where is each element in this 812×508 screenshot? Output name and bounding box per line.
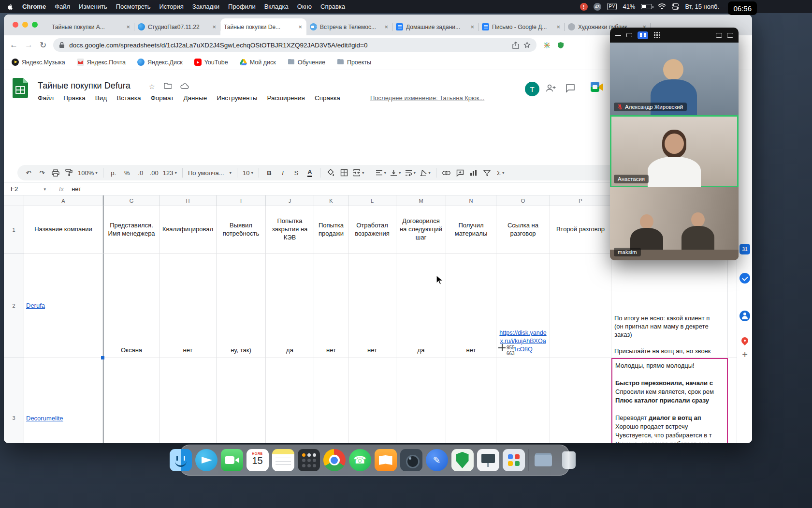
forward-button[interactable]: → bbox=[25, 40, 33, 50]
fill-color-icon[interactable] bbox=[324, 166, 337, 179]
bookmark-yandex-disk[interactable]: Яндекс.Диск bbox=[137, 59, 183, 66]
status-badge-icon[interactable]: 43 bbox=[594, 3, 601, 11]
menu-app-name[interactable]: Chrome bbox=[22, 3, 46, 10]
dock-whatsapp-icon[interactable]: ☎ bbox=[349, 449, 371, 471]
col-header-L[interactable]: L bbox=[348, 195, 396, 206]
extension-snowflake-icon[interactable] bbox=[543, 42, 551, 49]
cell-H3[interactable] bbox=[160, 358, 217, 443]
dock-finder-icon[interactable] bbox=[170, 449, 192, 471]
notification-alert-icon[interactable]: ! bbox=[580, 3, 588, 11]
row-header-3[interactable]: 3 bbox=[4, 358, 24, 443]
comment-history-icon[interactable] bbox=[566, 84, 575, 93]
cell-L2[interactable]: нет bbox=[348, 254, 396, 358]
control-center-icon[interactable] bbox=[672, 3, 679, 10]
font-size-select[interactable]: 10▾ bbox=[241, 166, 255, 179]
cell-R3[interactable] bbox=[728, 358, 737, 443]
browser-tab-2[interactable]: СтудиоПак07.11.22 × bbox=[134, 18, 220, 35]
cell-N3[interactable] bbox=[446, 358, 496, 443]
video-minimize-icon[interactable] bbox=[615, 35, 621, 36]
insert-comment-icon[interactable] bbox=[454, 166, 466, 179]
cell-H1[interactable]: Квалифицировал bbox=[160, 206, 217, 254]
bookmark-yandex-music[interactable]: Яндекс.Музыка bbox=[12, 59, 65, 66]
horizontal-align-icon[interactable]: ▾ bbox=[374, 166, 388, 179]
menu-history[interactable]: История bbox=[159, 3, 183, 10]
video-restore-icon[interactable] bbox=[626, 33, 632, 37]
battery-icon[interactable] bbox=[641, 4, 652, 9]
dock-camera-app-icon[interactable] bbox=[400, 449, 422, 471]
text-wrap-icon[interactable]: ▾ bbox=[404, 166, 418, 179]
wifi-icon[interactable] bbox=[658, 3, 666, 10]
participant-video-2-speaking[interactable]: Анастасия bbox=[610, 115, 739, 187]
bookmark-folder-projects[interactable]: Проекты bbox=[337, 59, 371, 66]
cell-O3[interactable]: https://disk.yandex.ru/i/kfsz2Dr bbox=[496, 358, 550, 443]
omnibox[interactable]: docs.google.com/spreadsheets/d/1clJ2aLa7… bbox=[53, 38, 536, 52]
sheets-menu-extensions[interactable]: Расширения bbox=[267, 94, 305, 102]
bookmark-star-icon[interactable] bbox=[523, 42, 531, 49]
col-header-N[interactable]: N bbox=[446, 195, 496, 206]
calendar-panel-icon[interactable]: 31 bbox=[740, 244, 750, 254]
sheets-menu-tools[interactable]: Инструменты bbox=[217, 94, 257, 102]
meet-camera-icon[interactable] bbox=[591, 82, 603, 92]
recording-link[interactable]: https://disk.yandex.ru/i/kujAhBXOa1cO8Q bbox=[499, 329, 547, 354]
apple-logo-icon[interactable] bbox=[7, 3, 14, 11]
cell-I2[interactable]: ну, так) bbox=[217, 254, 266, 358]
cell-N2[interactable]: нет bbox=[446, 254, 496, 358]
sheets-logo-icon[interactable] bbox=[13, 78, 28, 98]
col-header-I[interactable]: I bbox=[217, 195, 266, 206]
sheets-menu-data[interactable]: Данные bbox=[183, 94, 207, 102]
window-close-button[interactable] bbox=[13, 22, 18, 28]
cell-J2[interactable]: да bbox=[266, 254, 314, 358]
cell-M2[interactable]: да bbox=[396, 254, 446, 358]
window-zoom-button[interactable] bbox=[32, 22, 38, 28]
dock-apps-icon[interactable] bbox=[503, 449, 525, 471]
lock-icon[interactable] bbox=[59, 42, 65, 48]
cell-G3[interactable]: Т bbox=[103, 358, 160, 443]
cell-G2[interactable]: Оксана bbox=[103, 254, 160, 358]
cell-K2[interactable]: нет bbox=[314, 254, 348, 358]
dock-books-icon[interactable] bbox=[375, 449, 397, 471]
cell-J1[interactable]: Попытка закрытия на КЭВ bbox=[266, 206, 314, 254]
sheets-menu-insert[interactable]: Вставка bbox=[116, 94, 141, 102]
tab-close-icon[interactable]: × bbox=[297, 23, 303, 30]
sheets-menu-format[interactable]: Формат bbox=[150, 94, 174, 102]
window-minimize-button[interactable] bbox=[22, 22, 28, 28]
menu-tab[interactable]: Вкладка bbox=[264, 3, 289, 10]
dock-antivirus-icon[interactable] bbox=[451, 449, 474, 471]
pip-icon[interactable] bbox=[716, 33, 722, 38]
bold-button[interactable]: B bbox=[263, 166, 276, 179]
text-rotation-icon[interactable]: ▾ bbox=[418, 166, 432, 179]
col-header-J[interactable]: J bbox=[266, 195, 314, 206]
document-title[interactable]: Тайные покупки Defura bbox=[38, 81, 130, 91]
borders-icon[interactable] bbox=[338, 166, 350, 179]
browser-tab-6[interactable]: Письмо - Google Д... × bbox=[478, 18, 565, 35]
merge-cells-icon[interactable]: ▾ bbox=[351, 166, 366, 179]
grid-corner[interactable] bbox=[4, 195, 24, 206]
last-edit-link[interactable]: Последнее изменение: Татьяна Крюк... bbox=[370, 94, 484, 102]
cell-M3[interactable] bbox=[396, 358, 446, 443]
cell-M1[interactable]: Договорился на следующий шаг bbox=[396, 206, 446, 254]
bookmark-folder-education[interactable]: Обучение bbox=[288, 59, 325, 66]
move-folder-icon[interactable] bbox=[164, 83, 172, 90]
gallery-view-icon[interactable] bbox=[653, 31, 661, 39]
bookmark-yandex-mail[interactable]: Яндекс.Почта bbox=[77, 59, 126, 66]
url-text[interactable]: docs.google.com/spreadsheets/d/1clJ2aLa7… bbox=[69, 42, 508, 49]
cell-K1[interactable]: Попытка продажи bbox=[314, 206, 348, 254]
tab-close-icon[interactable]: × bbox=[383, 23, 389, 30]
tab-close-icon[interactable]: × bbox=[125, 23, 131, 30]
row-header-2[interactable]: 2 bbox=[4, 254, 24, 358]
participant-video-3[interactable]: maksim bbox=[610, 187, 739, 260]
currency-format-button[interactable]: р. bbox=[107, 166, 120, 179]
insert-chart-icon[interactable] bbox=[467, 166, 480, 179]
cell-L3[interactable] bbox=[348, 358, 396, 443]
tab-close-icon[interactable]: × bbox=[555, 23, 561, 30]
increase-decimals-button[interactable]: .00 bbox=[148, 166, 160, 179]
menu-help[interactable]: Справка bbox=[320, 3, 345, 10]
menubar-date[interactable]: Вт, 15 нояб. bbox=[685, 3, 719, 10]
decrease-decimals-button[interactable]: .0 bbox=[134, 166, 147, 179]
sheets-menu-file[interactable]: Файл bbox=[38, 94, 54, 102]
tasks-panel-icon[interactable] bbox=[740, 273, 750, 284]
participant-video-1[interactable]: Александр Жировский bbox=[610, 43, 739, 115]
text-color-button[interactable]: A bbox=[307, 168, 312, 177]
cell-I1[interactable]: Выявил потребность bbox=[217, 206, 266, 254]
back-button[interactable]: ← bbox=[10, 40, 18, 50]
